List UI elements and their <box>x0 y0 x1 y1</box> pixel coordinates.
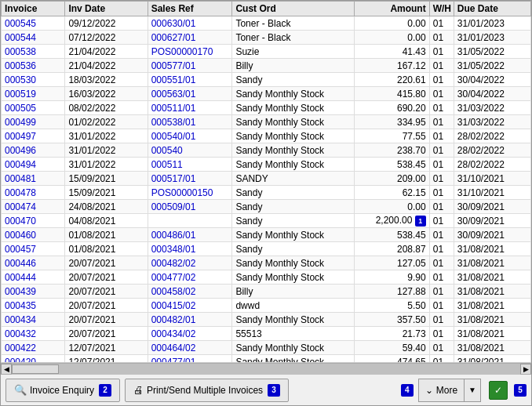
table-row[interactable]: 00047424/08/2021000509/01Sandy0.000130/0… <box>2 200 531 214</box>
print-send-label: Print/Send Multiple Invoices <box>147 385 263 396</box>
table-row[interactable]: 00047004/08/2021Sandy2,200.00 10130/09/2… <box>2 214 531 228</box>
cell-custord: Sandy Monthly Stock <box>232 101 355 115</box>
cell-invoice[interactable]: 000474 <box>2 200 65 214</box>
cell-invoice[interactable]: 000499 <box>2 115 65 129</box>
table-row[interactable]: 00049431/01/2022000511Sandy Monthly Stoc… <box>2 158 531 172</box>
cell-salesref[interactable]: 000348/01 <box>148 242 232 256</box>
cell-salesref[interactable]: 000511/01 <box>148 101 232 115</box>
table-row[interactable]: 00044420/07/2021000477/02Sandy Monthly S… <box>2 270 531 285</box>
table-row[interactable]: 00044620/07/2021000482/02Sandy Monthly S… <box>2 256 531 270</box>
cell-salesref[interactable]: 000538/01 <box>148 115 232 129</box>
cell-salesref[interactable]: 000517/01 <box>148 172 232 186</box>
cell-salesref[interactable]: 000577/01 <box>148 59 232 73</box>
cell-amount: 474.65 <box>354 355 429 363</box>
cell-invoice[interactable]: 000496 <box>2 143 65 158</box>
cell-invoice[interactable]: 000457 <box>2 242 65 256</box>
cell-invoice[interactable]: 000536 <box>2 59 65 73</box>
cell-invoice[interactable]: 000422 <box>2 341 65 355</box>
table-row[interactable]: 00047815/09/2021POS00000150Sandy62.15013… <box>2 186 531 200</box>
cell-invoice[interactable]: 000460 <box>2 228 65 242</box>
cell-invoice[interactable]: 000544 <box>2 31 65 45</box>
cell-invoice[interactable]: 000420 <box>2 355 65 363</box>
cell-invoice[interactable]: 000505 <box>2 101 65 115</box>
cell-invoice[interactable]: 000530 <box>2 73 65 87</box>
cell-salesref[interactable]: 000482/01 <box>148 313 232 327</box>
cell-salesref[interactable]: 000509/01 <box>148 200 232 214</box>
cell-amount: 77.55 <box>354 129 429 143</box>
cell-duedate: 31/08/2021 <box>454 256 530 270</box>
cell-invoice[interactable]: 000446 <box>2 256 65 270</box>
cell-salesref[interactable]: POS00000170 <box>148 45 232 59</box>
table-row[interactable]: 00054407/12/2022000627/01Toner - Black0.… <box>2 31 531 45</box>
cell-salesref[interactable]: 000477/01 <box>148 355 232 363</box>
cell-salesref[interactable]: 000415/02 <box>148 299 232 313</box>
cell-invoice[interactable]: 000444 <box>2 270 65 285</box>
cell-invoice[interactable]: 000435 <box>2 299 65 313</box>
table-row[interactable]: 00053018/03/2022000551/01Sandy220.610130… <box>2 73 531 87</box>
cell-wh: 01 <box>429 59 454 73</box>
hscroll-right-btn[interactable]: ▶ <box>520 364 531 375</box>
cell-salesref[interactable]: 000540/01 <box>148 129 232 143</box>
print-send-button[interactable]: 🖨 Print/Send Multiple Invoices 3 <box>125 379 289 402</box>
cell-invoice[interactable]: 000545 <box>2 16 65 31</box>
cell-salesref[interactable]: 000486/01 <box>148 228 232 242</box>
table-row[interactable]: 00053621/04/2022000577/01Billy167.120131… <box>2 59 531 73</box>
table-row[interactable]: 00043220/07/2021000434/025551321.730131/… <box>2 327 531 341</box>
cell-invoice[interactable]: 000481 <box>2 172 65 186</box>
cell-salesref[interactable]: POS00000150 <box>148 186 232 200</box>
cell-wh: 01 <box>429 285 454 299</box>
horizontal-scrollbar[interactable]: ◀ ▶ <box>1 363 531 374</box>
cell-custord: Suzie <box>232 45 355 59</box>
table-row[interactable]: 00049901/02/2022000538/01Sandy Monthly S… <box>2 115 531 129</box>
cell-salesref[interactable]: 000627/01 <box>148 31 232 45</box>
more-button[interactable]: ⌄ More <box>418 379 464 402</box>
table-row[interactable]: 00045701/08/2021000348/01Sandy208.870131… <box>2 242 531 256</box>
table-row[interactable]: 00049631/01/2022000540Sandy Monthly Stoc… <box>2 143 531 158</box>
table-row[interactable]: 00043920/07/2021000458/02Billy127.880131… <box>2 285 531 299</box>
table-row[interactable]: 00042212/07/2021000464/02Sandy Monthly S… <box>2 341 531 355</box>
cell-amount: 690.20 <box>354 101 429 115</box>
table-row[interactable]: 00043420/07/2021000482/01Sandy Monthly S… <box>2 313 531 327</box>
cell-invoice[interactable]: 000470 <box>2 214 65 228</box>
cell-duedate: 30/09/2021 <box>454 228 530 242</box>
table-row[interactable]: 00048115/09/2021000517/01SANDY209.000131… <box>2 172 531 186</box>
table-row[interactable]: 00043520/07/2021000415/02dwwd5.500131/08… <box>2 299 531 313</box>
cell-invoice[interactable]: 000478 <box>2 186 65 200</box>
hscroll-thumb[interactable] <box>12 364 59 374</box>
cell-salesref[interactable]: 000434/02 <box>148 327 232 341</box>
cell-invdate: 01/08/2021 <box>65 242 148 256</box>
cell-invoice[interactable]: 000439 <box>2 285 65 299</box>
cell-invoice[interactable]: 000434 <box>2 313 65 327</box>
cell-wh: 01 <box>429 16 454 31</box>
table-row[interactable]: 00046001/08/2021000486/01Sandy Monthly S… <box>2 228 531 242</box>
more-dropdown-arrow[interactable]: ▼ <box>464 379 481 402</box>
hscroll-left-btn[interactable]: ◀ <box>1 364 12 375</box>
cell-salesref[interactable]: 000551/01 <box>148 73 232 87</box>
cell-invoice[interactable]: 000538 <box>2 45 65 59</box>
cell-invoice[interactable]: 000497 <box>2 129 65 143</box>
cell-salesref[interactable]: 000511 <box>148 158 232 172</box>
cell-salesref[interactable]: 000540 <box>148 143 232 158</box>
cell-duedate: 31/08/2021 <box>454 341 530 355</box>
table-row[interactable]: 00042012/07/2021000477/01Sandy Monthly S… <box>2 355 531 363</box>
cell-salesref[interactable]: 000630/01 <box>148 16 232 31</box>
table-row[interactable]: 00053821/04/2022POS00000170Suzie41.43013… <box>2 45 531 59</box>
cell-salesref[interactable]: 000482/02 <box>148 256 232 270</box>
table-row[interactable]: 00051916/03/2022000563/01Sandy Monthly S… <box>2 87 531 101</box>
invoice-enquiry-button[interactable]: 🔍 Invoice Enquiry 2 <box>5 379 120 402</box>
table-row[interactable]: 00049731/01/2022000540/01Sandy Monthly S… <box>2 129 531 143</box>
cell-amount: 538.45 <box>354 228 429 242</box>
hscroll-track[interactable] <box>12 364 520 375</box>
cell-invoice[interactable]: 000519 <box>2 87 65 101</box>
cell-salesref[interactable]: 000477/02 <box>148 270 232 285</box>
table-scroll-area[interactable]: Invoice Inv Date Sales Ref Cust Ord Amou… <box>1 1 531 362</box>
table-row[interactable]: 00054509/12/2022000630/01Toner - Black0.… <box>2 16 531 31</box>
cell-salesref[interactable]: 000458/02 <box>148 285 232 299</box>
cell-duedate: 31/08/2021 <box>454 355 530 363</box>
cell-invoice[interactable]: 000432 <box>2 327 65 341</box>
cell-invoice[interactable]: 000494 <box>2 158 65 172</box>
cell-salesref[interactable]: 000563/01 <box>148 87 232 101</box>
table-row[interactable]: 00050508/02/2022000511/01Sandy Monthly S… <box>2 101 531 115</box>
cell-salesref[interactable]: 000464/02 <box>148 341 232 355</box>
green-action-button[interactable]: ✓ <box>489 381 508 400</box>
